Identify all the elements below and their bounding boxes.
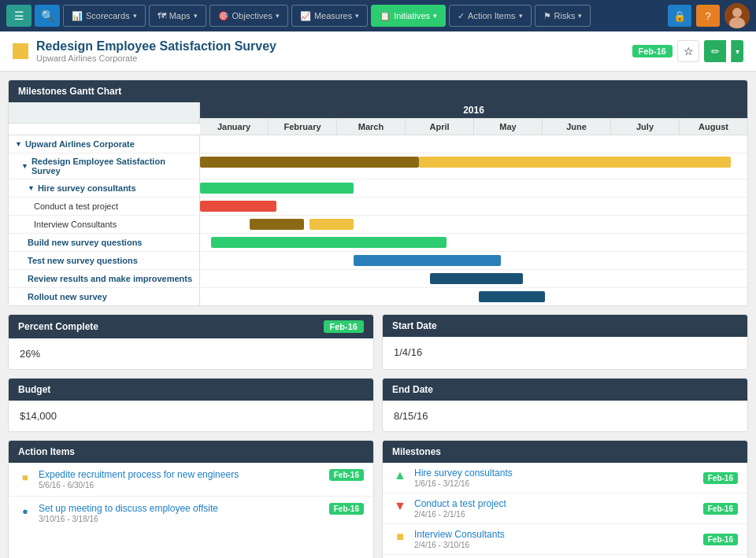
- gantt-row-4: Interview Consultants: [9, 216, 747, 234]
- milestone-icon-1: ▼: [392, 498, 408, 514]
- nav-risks-label: Risks: [554, 11, 576, 20]
- gantt-bar: [200, 201, 276, 212]
- chevron-down-icon: ▾: [433, 12, 437, 20]
- gantt-row-1: ▼ Redesign Employee Satisfaction Survey: [9, 153, 747, 179]
- milestone-badge-1: Feb-16: [703, 503, 738, 515]
- start-date-label: Start Date: [392, 320, 437, 331]
- gantt-bar: [354, 255, 502, 266]
- gantt-body: 2016 January February March April May Ju…: [9, 102, 747, 305]
- percent-complete-date: Feb-16: [324, 320, 364, 333]
- gantt-bars-6: [200, 252, 747, 269]
- nav-measures[interactable]: 📈 Measures ▾: [291, 5, 368, 27]
- gantt-bars-8: [200, 288, 747, 305]
- milestone-0: ▲ Hire survey consultants 1/6/16 - 3/12/…: [383, 463, 747, 493]
- star-button[interactable]: ☆: [677, 40, 699, 62]
- milestone-text-2: Interview Consultants 2/4/16 - 3/10/16: [414, 529, 697, 549]
- end-date-label: End Date: [392, 384, 433, 395]
- action-item-icon-1: ●: [18, 504, 32, 518]
- action-item-0: ■ Expedite recruitment process for new e…: [9, 463, 373, 497]
- gantt-label-8: Rollout new survey: [9, 288, 200, 305]
- nav-maps[interactable]: 🗺 Maps ▾: [149, 5, 206, 27]
- gantt-label-1: ▼ Redesign Employee Satisfaction Survey: [9, 153, 200, 179]
- gantt-month-may: May: [474, 119, 543, 135]
- percent-complete-label: Percent Complete: [18, 321, 98, 332]
- gantt-row-6: Test new survey questions: [9, 252, 747, 270]
- gantt-label-7: Review results and make improvements: [9, 270, 200, 287]
- top-navigation: ☰ 🔍 📊 Scorecards ▾ 🗺 Maps ▾ 🎯 Objectives…: [0, 0, 756, 31]
- chevron-down-icon: ▾: [519, 12, 523, 20]
- nav-scorecards[interactable]: 📊 Scorecards ▾: [63, 5, 146, 27]
- milestone-icon-2: ■: [392, 529, 408, 545]
- action-items-section: Action Items ■ Expedite recruitment proc…: [8, 440, 374, 558]
- nav-action-items[interactable]: ✓ Action Items ▾: [449, 5, 532, 27]
- metrics-row: Percent Complete Feb-16 26% Start Date 1…: [8, 314, 748, 370]
- percent-complete-header: Percent Complete Feb-16: [9, 315, 373, 338]
- nav-risks[interactable]: ⚑ Risks ▾: [535, 5, 591, 27]
- gantt-label-6: Test new survey questions: [9, 252, 200, 269]
- milestone-title-2[interactable]: Interview Consultants: [414, 529, 697, 540]
- budget-label: Budget: [18, 384, 50, 395]
- action-item-1: ● Set up meeting to discuss employee off…: [9, 497, 373, 530]
- milestone-title-1[interactable]: Conduct a test project: [414, 498, 697, 509]
- gantt-row-5: Build new survey questions: [9, 234, 747, 252]
- gantt-label-3: Conduct a test project: [9, 198, 200, 215]
- edit-dropdown-button[interactable]: ▾: [731, 40, 743, 62]
- chevron-down-icon: ▾: [355, 12, 359, 20]
- measures-icon: 📈: [300, 11, 311, 21]
- milestone-2: ■ Interview Consultants 2/4/16 - 3/10/16…: [383, 524, 747, 555]
- page-title: Redesign Employee Satisfaction Survey: [36, 39, 276, 54]
- gantt-bar: [211, 237, 447, 248]
- avatar[interactable]: [724, 3, 750, 28]
- budget-value: $14,000: [9, 401, 373, 431]
- gantt-bar: [200, 183, 354, 194]
- gantt-bar: [430, 273, 523, 284]
- gantt-row-2: ▼ Hire survey consultants: [9, 179, 747, 198]
- milestone-title-0[interactable]: Hire survey consultants: [414, 467, 697, 479]
- action-items-icon: ✓: [458, 11, 465, 21]
- milestone-dates-0: 1/6/16 - 3/12/16: [414, 479, 697, 488]
- nav-initiatives[interactable]: 📋 Initiatives ▾: [371, 5, 446, 27]
- gantt-row-0: ▼ Upward Airlines Corporate: [9, 135, 747, 153]
- gantt-row-3: Conduct a test project: [9, 198, 747, 216]
- nav-objectives[interactable]: 🎯 Objectives ▾: [209, 5, 288, 27]
- action-item-text-0: Expedite recruitment process for new eng…: [39, 469, 323, 490]
- metrics-row-2: Budget $14,000 End Date 8/15/16: [8, 378, 748, 432]
- lock-button[interactable]: 🔒: [668, 5, 691, 27]
- end-date-value: 8/15/16: [383, 401, 747, 431]
- gantt-bar: [250, 219, 305, 230]
- percent-complete-value: 26%: [9, 338, 373, 369]
- nav-initiatives-label: Initiatives: [394, 11, 430, 20]
- milestones-header: Milestones: [383, 441, 747, 463]
- milestone-text-1: Conduct a test project 2/4/16 - 2/1/16: [414, 498, 697, 519]
- gantt-year: 2016: [200, 102, 747, 118]
- help-button[interactable]: ?: [696, 5, 720, 27]
- end-date-header: End Date: [383, 379, 747, 401]
- nav-measures-label: Measures: [314, 11, 352, 20]
- gantt-label-0: ▼ Upward Airlines Corporate: [9, 135, 200, 153]
- action-item-title-0[interactable]: Expedite recruitment process for new eng…: [39, 469, 323, 480]
- milestone-dates-2: 2/4/16 - 3/10/16: [414, 541, 697, 549]
- page-title-block: Redesign Employee Satisfaction Survey Up…: [36, 39, 276, 63]
- menu-button[interactable]: ☰: [6, 5, 32, 27]
- milestone-text-0: Hire survey consultants 1/6/16 - 3/12/16: [414, 467, 697, 488]
- chevron-down-icon: ▾: [578, 12, 582, 20]
- chevron-down-icon: ▾: [133, 12, 137, 20]
- risks-icon: ⚑: [543, 11, 551, 21]
- edit-button[interactable]: ✏: [704, 40, 726, 62]
- gantt-bar: [200, 157, 419, 168]
- milestone-1: ▼ Conduct a test project 2/4/16 - 2/1/16…: [383, 493, 747, 524]
- action-items-header: Action Items: [9, 441, 373, 463]
- gantt-bars-5: [200, 234, 747, 251]
- search-button[interactable]: 🔍: [35, 5, 60, 27]
- action-item-dates-1: 3/10/16 - 3/18/16: [39, 515, 323, 523]
- scorecards-icon: 📊: [72, 11, 83, 21]
- objectives-icon: 🎯: [218, 11, 229, 21]
- chevron-down-icon: ▾: [276, 12, 280, 20]
- gantt-bar: [479, 291, 544, 302]
- gantt-bars-2: [200, 179, 747, 197]
- action-item-title-1[interactable]: Set up meeting to discuss employee offsi…: [39, 503, 323, 514]
- gantt-section: Milestones Gantt Chart 2016 January Febr…: [8, 79, 748, 306]
- gantt-label-4: Interview Consultants: [9, 216, 200, 233]
- gantt-label-5: Build new survey questions: [9, 234, 200, 251]
- nav-right-section: 🔒 ?: [668, 3, 750, 28]
